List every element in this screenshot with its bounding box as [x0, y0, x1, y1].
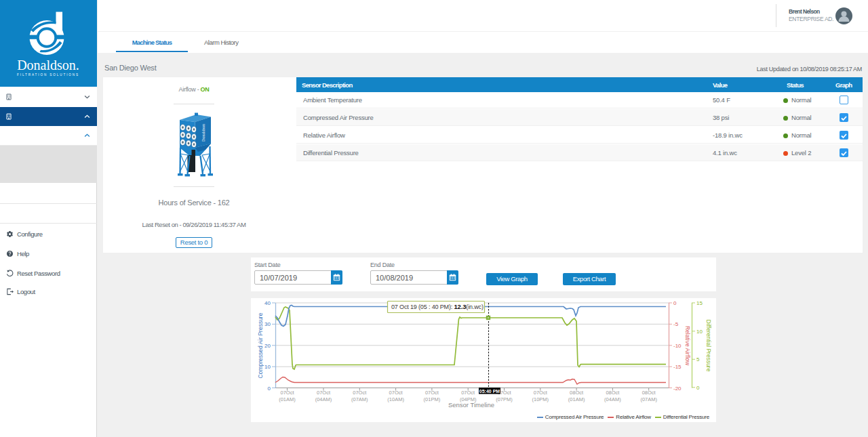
svg-text:(07AM): (07AM) [351, 396, 368, 402]
svg-text:FILTRATION SOLUTIONS: FILTRATION SOLUTIONS [17, 73, 79, 77]
svg-text:Sensor Timeline: Sensor Timeline [448, 401, 494, 409]
svg-text:(01PM): (01PM) [424, 396, 441, 402]
svg-text:07Oct: 07Oct [317, 390, 331, 396]
svg-text:40: 40 [264, 300, 271, 306]
svg-text:5: 5 [696, 356, 700, 362]
svg-text:Differential Pressure: Differential Pressure [705, 320, 712, 372]
svg-text:Relative Airflow: Relative Airflow [684, 326, 691, 366]
svg-text:(07PM): (07PM) [496, 396, 513, 402]
svg-text:07Oct: 07Oct [353, 390, 367, 396]
svg-text:07 Oct 19 (05 : 40 PM): 12.3(i: 07 Oct 19 (05 : 40 PM): 12.3(in.wc) [391, 303, 484, 310]
svg-text:(10AM): (10AM) [387, 396, 404, 402]
svg-text:08Oct: 08Oct [570, 390, 584, 396]
svg-text:(04AM): (04AM) [315, 396, 332, 402]
svg-text:07Oct: 07Oct [534, 390, 548, 396]
svg-text:-5: -5 [673, 321, 679, 327]
svg-text:07Oct: 07Oct [425, 390, 439, 396]
svg-text:0: 0 [268, 386, 271, 392]
svg-text:07Oct: 07Oct [280, 390, 294, 396]
svg-text:0: 0 [696, 385, 700, 391]
svg-text:Compressed Air Pressure: Compressed Air Pressure [257, 312, 264, 378]
svg-text:05:40 PM: 05:40 PM [479, 389, 500, 394]
svg-text:08Oct: 08Oct [642, 390, 656, 396]
svg-text:-15: -15 [673, 364, 682, 370]
svg-text:-10: -10 [673, 343, 682, 349]
svg-text:Donaldson: Donaldson [201, 124, 205, 142]
svg-text:07Oct: 07Oct [389, 390, 403, 396]
svg-text:(07AM): (07AM) [640, 396, 657, 402]
svg-text:(04AM): (04AM) [604, 396, 621, 402]
svg-text:(10PM): (10PM) [532, 396, 549, 402]
svg-text:10: 10 [264, 364, 271, 370]
svg-text:10: 10 [696, 329, 703, 335]
svg-text:20: 20 [264, 343, 271, 349]
svg-text:08Oct: 08Oct [606, 390, 620, 396]
svg-text:15: 15 [696, 300, 703, 306]
svg-text:Donaldson.: Donaldson. [17, 58, 79, 72]
svg-text:07Oct: 07Oct [461, 390, 475, 396]
svg-text:(01AM): (01AM) [568, 396, 585, 402]
svg-text:0: 0 [673, 300, 677, 306]
svg-text:(01AM): (01AM) [279, 396, 296, 402]
svg-text:-20: -20 [673, 386, 682, 392]
svg-text:30: 30 [264, 321, 271, 327]
